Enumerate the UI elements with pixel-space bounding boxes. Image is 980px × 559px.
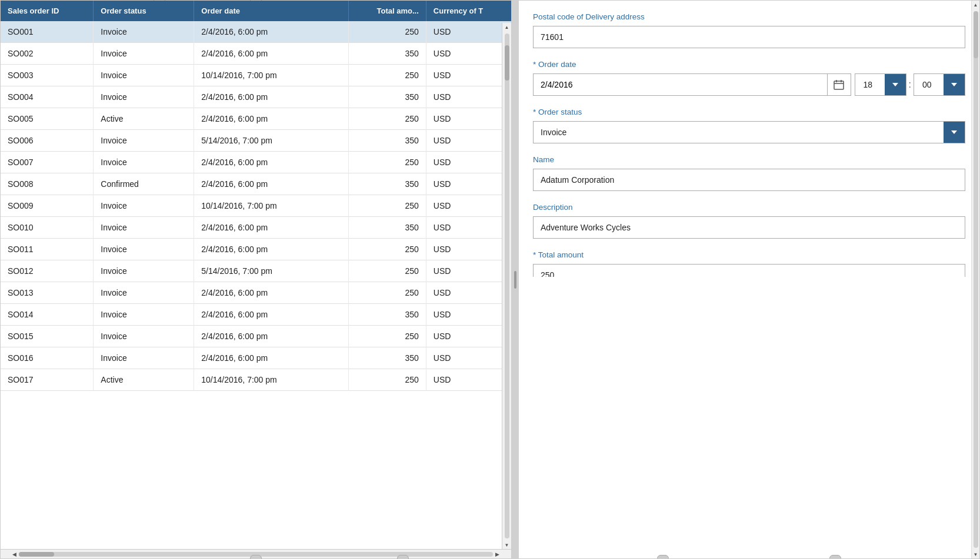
table-row[interactable]: SO003Invoice10/14/2016, 7:00 pm250USD: [1, 65, 511, 86]
order-status-chevron-icon: [951, 130, 957, 134]
postal-code-input[interactable]: [533, 26, 965, 48]
col-header-order-status[interactable]: Order status: [94, 1, 194, 21]
scroll-left-arrow[interactable]: ◀: [12, 551, 16, 557]
cell-order_status: Active: [94, 369, 194, 391]
cell-sales_order_id: SO002: [1, 43, 94, 65]
cell-total_amount: 350: [349, 304, 426, 326]
table-row[interactable]: SO009Invoice10/14/2016, 7:00 pm250USD: [1, 195, 511, 217]
order-date-label: Order date: [533, 60, 965, 69]
col-header-total-amount[interactable]: Total amo...: [349, 1, 426, 21]
cell-order_date: 2/4/2016, 6:00 pm: [194, 217, 349, 239]
form-vertical-scrollbar[interactable]: ▲ ▼: [971, 1, 979, 558]
form-scroll-v-track[interactable]: [974, 11, 978, 548]
table-panel: Sales order ID Order status Order date T…: [0, 0, 512, 559]
cell-order_date: 5/14/2016, 7:00 pm: [194, 260, 349, 282]
cell-total_amount: 350: [349, 130, 426, 152]
form-scroll-down-arrow[interactable]: ▼: [972, 550, 980, 558]
scroll-up-arrow[interactable]: ▲: [503, 23, 511, 31]
cell-currency: USD: [426, 239, 511, 260]
minute-select: 00: [914, 73, 965, 96]
cell-sales_order_id: SO005: [1, 108, 94, 130]
cell-currency: USD: [426, 130, 511, 152]
form-scroll-up-arrow[interactable]: ▲: [972, 1, 980, 9]
col-header-sales-order-id[interactable]: Sales order ID: [1, 1, 94, 21]
cell-sales_order_id: SO011: [1, 239, 94, 260]
table-row[interactable]: SO008Confirmed2/4/2016, 6:00 pm350USD: [1, 173, 511, 195]
table-row[interactable]: SO017Active10/14/2016, 7:00 pm250USD: [1, 369, 511, 391]
minute-dropdown-button[interactable]: [944, 74, 965, 95]
calendar-button[interactable]: [827, 74, 851, 95]
cell-total_amount: 250: [349, 21, 426, 43]
name-input[interactable]: [533, 169, 965, 191]
panel-divider[interactable]: [512, 0, 519, 559]
form-resize-bot-right[interactable]: [829, 555, 841, 559]
cell-currency: USD: [426, 369, 511, 391]
h-scroll-thumb[interactable]: [19, 552, 54, 557]
cell-sales_order_id: SO014: [1, 304, 94, 326]
cell-currency: USD: [426, 65, 511, 86]
total-amount-input[interactable]: [533, 264, 965, 277]
cell-currency: USD: [426, 260, 511, 282]
cell-currency: USD: [426, 173, 511, 195]
cell-order_date: 2/4/2016, 6:00 pm: [194, 326, 349, 347]
table-row[interactable]: SO014Invoice2/4/2016, 6:00 pm350USD: [1, 304, 511, 326]
scroll-right-arrow[interactable]: ▶: [495, 551, 499, 557]
cell-order_date: 2/4/2016, 6:00 pm: [194, 86, 349, 108]
table-row[interactable]: SO011Invoice2/4/2016, 6:00 pm250USD: [1, 239, 511, 260]
form-panel: Postal code of Delivery address Order da…: [519, 0, 980, 559]
resize-handle-bot-right[interactable]: [397, 555, 409, 559]
cell-total_amount: 350: [349, 217, 426, 239]
postal-code-section: Postal code of Delivery address: [533, 12, 965, 48]
total-amount-label: Total amount: [533, 250, 965, 259]
resize-handle-bot-left[interactable]: [250, 555, 262, 559]
cell-order_status: Confirmed: [94, 173, 194, 195]
date-input-wrapper: [533, 73, 851, 96]
cell-sales_order_id: SO007: [1, 152, 94, 173]
form-scroll-v-thumb[interactable]: [974, 11, 978, 58]
cell-order_status: Invoice: [94, 326, 194, 347]
col-header-order-date[interactable]: Order date: [194, 1, 349, 21]
table-row[interactable]: SO010Invoice2/4/2016, 6:00 pm350USD: [1, 217, 511, 239]
form-resize-bot-left[interactable]: [657, 555, 669, 559]
table-row[interactable]: SO015Invoice2/4/2016, 6:00 pm250USD: [1, 326, 511, 347]
order-date-time-row: 18 : 00: [533, 73, 965, 96]
order-status-dropdown-button[interactable]: [944, 122, 965, 143]
table-row[interactable]: SO016Invoice2/4/2016, 6:00 pm350USD: [1, 347, 511, 369]
order-date-input[interactable]: [534, 74, 827, 95]
cell-total_amount: 250: [349, 152, 426, 173]
cell-currency: USD: [426, 152, 511, 173]
table-wrapper: Sales order ID Order status Order date T…: [1, 1, 511, 549]
table-header-row: Sales order ID Order status Order date T…: [1, 1, 511, 21]
cell-order_status: Invoice: [94, 347, 194, 369]
cell-order_status: Invoice: [94, 43, 194, 65]
hour-value: 18: [855, 74, 885, 95]
description-input[interactable]: [533, 216, 965, 239]
cell-order_status: Invoice: [94, 260, 194, 282]
scroll-v-thumb[interactable]: [505, 45, 509, 81]
cell-total_amount: 350: [349, 347, 426, 369]
table-row[interactable]: SO013Invoice2/4/2016, 6:00 pm250USD: [1, 282, 511, 304]
cell-order_status: Invoice: [94, 130, 194, 152]
cell-total_amount: 250: [349, 239, 426, 260]
form-content: Postal code of Delivery address Order da…: [519, 1, 979, 558]
cell-total_amount: 250: [349, 65, 426, 86]
cell-order_status: Invoice: [94, 65, 194, 86]
table-row[interactable]: SO006Invoice5/14/2016, 7:00 pm350USD: [1, 130, 511, 152]
table-row[interactable]: SO005Active2/4/2016, 6:00 pm250USD: [1, 108, 511, 130]
table-vertical-scrollbar[interactable]: ▲ ▼: [502, 23, 511, 549]
table-row[interactable]: SO012Invoice5/14/2016, 7:00 pm250USD: [1, 260, 511, 282]
col-header-currency[interactable]: Currency of T: [426, 1, 511, 21]
order-status-label: Order status: [533, 108, 965, 116]
cell-order_status: Invoice: [94, 282, 194, 304]
hour-dropdown-button[interactable]: [885, 74, 906, 95]
scroll-v-track[interactable]: [505, 34, 509, 538]
cell-currency: USD: [426, 347, 511, 369]
table-row[interactable]: SO007Invoice2/4/2016, 6:00 pm250USD: [1, 152, 511, 173]
cell-order_date: 2/4/2016, 6:00 pm: [194, 304, 349, 326]
cell-total_amount: 350: [349, 86, 426, 108]
table-row[interactable]: SO004Invoice2/4/2016, 6:00 pm350USD: [1, 86, 511, 108]
cell-sales_order_id: SO008: [1, 173, 94, 195]
table-row[interactable]: SO001Invoice2/4/2016, 6:00 pm250USD: [1, 21, 511, 43]
table-row[interactable]: SO002Invoice2/4/2016, 6:00 pm350USD: [1, 43, 511, 65]
scroll-down-arrow[interactable]: ▼: [503, 541, 511, 549]
